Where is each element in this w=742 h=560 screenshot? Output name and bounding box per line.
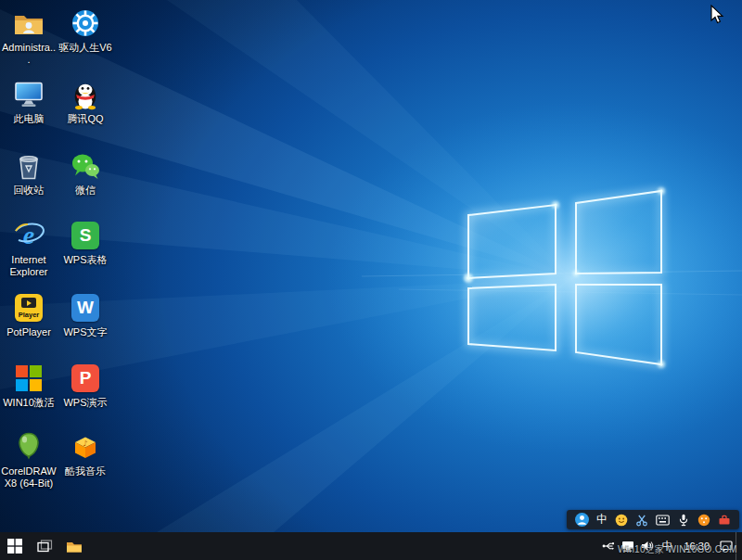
ie-icon: e bbox=[12, 220, 45, 251]
desktop-icon-label: 驱动人生V6 bbox=[58, 42, 113, 54]
desktop-icon-label: WPS文字 bbox=[58, 326, 113, 338]
desktop-icon-label: PotPlayer bbox=[1, 326, 57, 338]
file-explorer-button[interactable] bbox=[59, 532, 89, 560]
computer-icon bbox=[12, 79, 45, 110]
desktop-icon-label: CorelDRAW X8 (64-Bit) bbox=[1, 465, 57, 490]
desktop-icon-administrator[interactable]: Administra... bbox=[1, 7, 57, 66]
desktop-icon-kuwo-music[interactable]: ♪ 酷我音乐 bbox=[58, 431, 113, 477]
potplayer-glyph: Player bbox=[15, 311, 43, 319]
ime-account-icon[interactable] bbox=[575, 513, 589, 527]
wps-presentation-icon: P bbox=[69, 363, 102, 394]
skin-palette-icon[interactable] bbox=[697, 514, 710, 527]
desktop-icon-label: 微信 bbox=[58, 185, 113, 197]
usb-remove-tray-icon[interactable] bbox=[598, 532, 618, 560]
desktop-icon-label: 回收站 bbox=[1, 185, 57, 197]
coreldraw-balloon-icon bbox=[12, 431, 45, 463]
desktop-icon-wps-writer[interactable]: W WPS文字 bbox=[58, 292, 113, 338]
windows-start-icon bbox=[7, 539, 22, 554]
desktop-icon-label: WPS表格 bbox=[58, 254, 113, 266]
desktop-icon-label: 酷我音乐 bbox=[58, 465, 113, 477]
wps-writer-icon: W bbox=[69, 292, 102, 324]
task-view-icon bbox=[37, 540, 53, 553]
toolbox-icon[interactable] bbox=[718, 514, 731, 526]
desktop-icon-wps-presentation[interactable]: P WPS演示 bbox=[58, 363, 113, 409]
wps-p-glyph: P bbox=[80, 368, 92, 388]
desktop-icon-recycle-bin[interactable]: 回收站 bbox=[1, 150, 57, 197]
potplayer-icon: Player bbox=[12, 292, 45, 324]
microphone-icon[interactable] bbox=[677, 514, 690, 527]
gear-icon bbox=[69, 7, 102, 39]
taskbar-left bbox=[0, 532, 89, 560]
wechat-icon bbox=[69, 150, 102, 182]
desktop-icon-label: Internet Explorer bbox=[1, 254, 57, 278]
scissors-icon[interactable] bbox=[635, 514, 648, 527]
mouse-cursor bbox=[710, 5, 725, 25]
kuwo-box-icon: ♪ bbox=[69, 431, 102, 463]
desktop-icon-wechat[interactable]: 微信 bbox=[58, 150, 113, 197]
wps-spreadsheet-icon: S bbox=[69, 220, 102, 251]
qq-penguin-icon bbox=[69, 79, 102, 110]
desktop-icon-label: Administra... bbox=[1, 42, 57, 66]
task-view-button[interactable] bbox=[30, 532, 59, 560]
desktop-icon-driver-genius[interactable]: 驱动人生V6 bbox=[58, 7, 113, 54]
desktop-icon-label: 此电脑 bbox=[1, 113, 57, 125]
recycle-bin-icon bbox=[12, 150, 45, 182]
watermark: Win10之家 WIN10GO.COM bbox=[618, 543, 737, 556]
wps-w-glyph: W bbox=[77, 298, 94, 318]
desktop-icon-label: WPS演示 bbox=[58, 397, 113, 409]
svg-text:♪: ♪ bbox=[83, 439, 87, 448]
desktop-icon-wps-spreadsheet[interactable]: S WPS表格 bbox=[58, 220, 113, 266]
desktop-icon-potplayer[interactable]: Player PotPlayer bbox=[1, 292, 57, 338]
desktop-icon-win10-activate[interactable]: WIN10激活 bbox=[1, 363, 57, 409]
desktop-icon-label: WIN10激活 bbox=[1, 397, 57, 409]
user-files-icon bbox=[12, 7, 45, 39]
wps-s-glyph: S bbox=[80, 225, 92, 246]
desktop-icon-tencent-qq[interactable]: 腾讯QQ bbox=[58, 79, 113, 125]
desktop-icon-coreldraw[interactable]: CorelDRAW X8 (64-Bit) bbox=[1, 431, 57, 490]
desktop-icon-label: 腾讯QQ bbox=[58, 113, 113, 125]
start-button[interactable] bbox=[0, 532, 30, 560]
desktop-icon-internet-explorer[interactable]: e Internet Explorer bbox=[1, 220, 57, 278]
folder-icon bbox=[66, 540, 83, 554]
desktop-icon-this-pc[interactable]: 此电脑 bbox=[1, 79, 57, 125]
ime-toolbar[interactable]: 中 bbox=[567, 510, 739, 529]
emoji-icon[interactable] bbox=[615, 514, 628, 527]
ime-mode-indicator[interactable]: 中 bbox=[596, 510, 608, 529]
keyboard-icon[interactable] bbox=[656, 515, 670, 526]
microsoft-logo-icon bbox=[12, 363, 45, 394]
